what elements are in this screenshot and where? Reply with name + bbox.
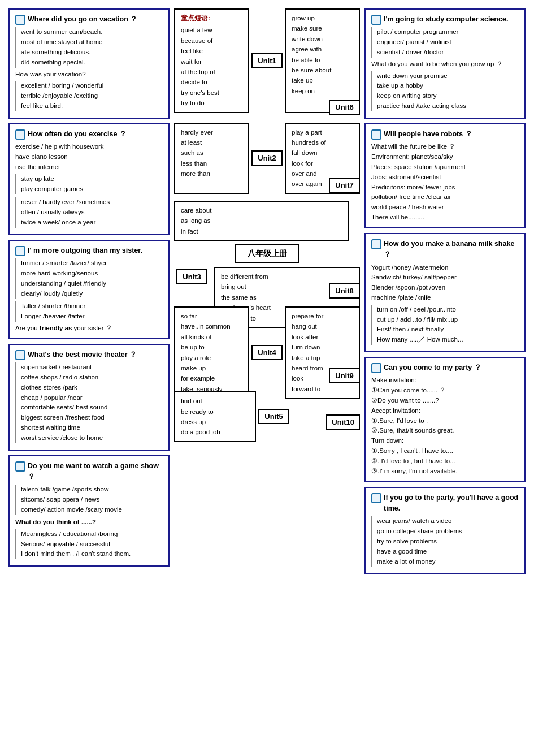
unit6-box: Unit6 bbox=[329, 100, 360, 115]
bracket-group-3b: Taller / shorter /thinner Longer /heavie… bbox=[15, 301, 163, 322]
main-grid: Where did you go on vacation ？ went to s… bbox=[8, 8, 526, 574]
bracket-group-5b: Meaningless / educational /boring Seriou… bbox=[15, 529, 163, 559]
rbracket-3a: turn on /off / peel /pour..into cut up /… bbox=[371, 305, 519, 345]
unit1-label-col: Unit1 bbox=[249, 8, 285, 113]
right-column: I'm going to study computer science. pil… bbox=[364, 8, 526, 574]
unit4-row: so far have..in common all kinds of be u… bbox=[174, 306, 360, 399]
left-box-2: How often do you exercise ？ exercise / h… bbox=[8, 123, 170, 235]
page-container: Where did you go on vacation ？ went to s… bbox=[8, 8, 526, 574]
box-icon-r2 bbox=[371, 129, 381, 140]
unit4-phrases-left: so far have..in common all kinds of be u… bbox=[174, 306, 249, 399]
center-column: 童点短语: quiet a few because of feel like w… bbox=[174, 8, 360, 574]
unit4-box: Unit4 bbox=[251, 345, 283, 360]
bracket-group-1a: went to summer cam/beach. most of time s… bbox=[15, 27, 163, 67]
rbracket-1b: write down your promise take up a hobby … bbox=[371, 71, 519, 111]
bracket-group-2b: never / hardly ever /sometimes often / u… bbox=[15, 197, 163, 227]
left-box-1: Where did you go on vacation ？ went to s… bbox=[8, 8, 170, 119]
unit3-phrases-left: care about as long as in fact bbox=[174, 201, 349, 241]
unit4-label-col: Unit4 bbox=[249, 306, 285, 399]
box-icon-r1 bbox=[371, 15, 381, 25]
right-box-2: Will people have robots ？ What will the … bbox=[364, 123, 526, 228]
left-column: Where did you go on vacation ？ went to s… bbox=[8, 8, 170, 574]
bold-friendly: friendly as bbox=[40, 325, 72, 331]
right-box-5-title: If you go to the party, you'll have a go… bbox=[371, 493, 519, 515]
unit1-phrases-left: 童点短语: quiet a few because of feel like w… bbox=[174, 8, 249, 113]
bracket-group-3a: funnier / smarter /lazier/ shyer more ha… bbox=[15, 258, 163, 299]
left-box-4: What's the best movie theater ？ supermar… bbox=[8, 344, 170, 451]
unit10-label-row: Unit10 bbox=[174, 414, 360, 430]
unit9-box: Unit9 bbox=[329, 368, 360, 383]
right-box-1-title: I'm going to study computer science. bbox=[371, 14, 519, 25]
unit7-box: Unit7 bbox=[329, 178, 360, 193]
center-title-row: 八年级上册 bbox=[174, 244, 360, 263]
unit4-phrases-right: prepare for hang out look after turn dow… bbox=[285, 306, 360, 399]
left-box-3-title: I' m more outgoing than my sister. bbox=[15, 245, 163, 256]
box-icon-2 bbox=[15, 129, 25, 140]
unit8-label-row: Unit8 bbox=[174, 283, 360, 299]
box-icon-3 bbox=[15, 246, 25, 256]
unit3-box: Unit3 bbox=[176, 269, 207, 284]
rbracket-5a: wear jeans/ watch a video go to college/… bbox=[371, 516, 519, 567]
box-icon-r3 bbox=[371, 239, 381, 249]
bracket-group-5a: talent/ talk /game /sports show sitcoms/… bbox=[15, 485, 163, 515]
right-box-5: If you go to the party, you'll have a go… bbox=[364, 487, 526, 574]
bracket-group-4a: supermarket / restaurant coffee shops / … bbox=[15, 362, 163, 443]
left-box-5: Do you me want to watch a game show ？ ta… bbox=[8, 455, 170, 567]
right-box-4-title: Can you come to my party ？ bbox=[371, 362, 519, 373]
unit1-box: Unit1 bbox=[251, 53, 283, 68]
box-icon-5 bbox=[15, 461, 25, 472]
left-box-4-title: What's the best movie theater ？ bbox=[15, 349, 163, 360]
right-box-1: I'm going to study computer science. pil… bbox=[364, 8, 526, 119]
right-box-4: Can you come to my party ？ Make invitati… bbox=[364, 357, 526, 482]
right-box-3: How do you make a banana milk shake ？ Yo… bbox=[364, 233, 526, 352]
unit1-row: 童点短语: quiet a few because of feel like w… bbox=[174, 8, 360, 113]
unit10-box: Unit10 bbox=[326, 414, 360, 430]
box-icon-r5 bbox=[371, 493, 381, 503]
left-box-2-title: How often do you exercise ？ bbox=[15, 129, 163, 140]
left-box-3: I' m more outgoing than my sister. funni… bbox=[8, 240, 170, 339]
left-box-5-title: Do you me want to watch a game show ？ bbox=[15, 461, 163, 483]
bracket-group-1b: excellent / boring / wonderful terrible … bbox=[15, 81, 163, 111]
bracket-group-2a: stay up late play computer games bbox=[15, 174, 163, 195]
unit6-label-row: Unit6 bbox=[174, 100, 360, 115]
unit9-label-row: Unit9 bbox=[174, 368, 360, 383]
right-box-2-title: Will people have robots ？ bbox=[371, 129, 519, 140]
left-box-1-title: Where did you go on vacation ？ bbox=[15, 14, 163, 25]
box-icon-4 bbox=[15, 350, 25, 360]
box-icon-r4 bbox=[371, 363, 381, 373]
box-icon-1 bbox=[15, 15, 25, 25]
rbracket-1a: pilot / computer programmer engineer/ pi… bbox=[371, 27, 519, 57]
unit8-box: Unit8 bbox=[329, 283, 360, 299]
unit2-box: Unit2 bbox=[251, 150, 283, 166]
right-box-3-title: How do you make a banana milk shake ？ bbox=[371, 239, 519, 261]
unit7-label-row: Unit7 bbox=[174, 178, 360, 193]
bold-think: What do you think of ......? bbox=[15, 519, 96, 525]
unit1-phrases-right: grow up make sure write down agree with … bbox=[285, 8, 360, 113]
center-title: 八年级上册 bbox=[235, 244, 299, 263]
